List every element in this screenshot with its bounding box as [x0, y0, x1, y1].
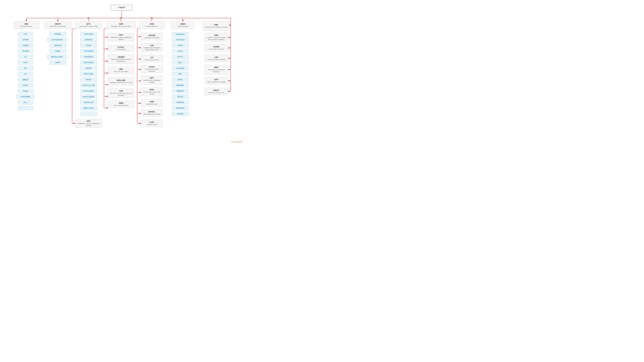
- etc-cslogin[interactable]: CSH.LOGIN: [80, 32, 97, 36]
- sbin-swapoff[interactable]: SWAPOFF: [172, 106, 189, 110]
- tmp-opt: /OPT Add-on application software: [204, 77, 228, 84]
- svg-marker-26: [107, 48, 108, 50]
- svg-marker-46: [140, 69, 141, 70]
- sbin-swapon[interactable]: SWAPON: [172, 100, 189, 105]
- svg-marker-48: [140, 80, 141, 82]
- sbin-route[interactable]: ROUTE: [172, 94, 189, 99]
- svg-marker-52: [140, 103, 141, 104]
- etc-hostconf[interactable]: HOST.CONF: [80, 72, 97, 76]
- header-var: /VAR Variable data files: [139, 21, 164, 29]
- svg-marker-3: [26, 20, 27, 21]
- svg-point-10: [151, 17, 152, 19]
- usr-include: /INCLUDE Standard include files for 'C' …: [108, 77, 134, 86]
- usr-lib: /LIB OBJ, BIN, LIB, files for prog. and …: [108, 88, 134, 98]
- bin-dd[interactable]: DD: [18, 66, 33, 70]
- boot-moduleinfo[interactable]: MODULE INFO: [47, 55, 67, 59]
- etc-hostslpd[interactable]: HOSTS.LPD: [80, 100, 97, 105]
- usr-opt: /OPT Config file for add on application …: [108, 33, 134, 41]
- sbin-ifconfig[interactable]: IFCONGIF: [172, 66, 189, 70]
- boot-kernel[interactable]: KERNEL: [50, 32, 66, 36]
- etc-more[interactable]: ...: [80, 112, 97, 116]
- svg-point-8: [120, 17, 122, 19]
- var-yp: /YP Data for NIS services: [141, 55, 163, 62]
- svg-marker-69: [228, 91, 230, 92]
- header-bin: /BIN Essential Binaries: [14, 21, 39, 29]
- bin-chmod[interactable]: CHMOD: [18, 43, 33, 48]
- etc-gateways[interactable]: GATEWAYS: [80, 55, 97, 59]
- header-sbin: /SBIN System binaries: [171, 21, 194, 29]
- bin-cp[interactable]: CP: [18, 55, 33, 59]
- svg-marker-32: [107, 84, 108, 85]
- boot-sysmap[interactable]: SYSTEM.MAP: [47, 37, 67, 42]
- bin-more[interactable]: ...: [18, 106, 33, 110]
- bin-df[interactable]: DF: [18, 72, 33, 76]
- usr-sbin: /SBIN Non essential binaries: [108, 100, 134, 108]
- sbin-init[interactable]: INIT: [172, 72, 189, 76]
- sbin-reboot[interactable]: REBOOT: [172, 89, 189, 93]
- var-run: /RUN Info of system since it was booted: [141, 87, 163, 96]
- tmp-mnt: /MNT Mount files for temporary filesyste…: [204, 65, 228, 74]
- svg-marker-13: [182, 20, 184, 21]
- var-log: /LOG Log files and dir: [141, 120, 163, 127]
- etc-hostsdeny[interactable]: HOSTS.DENY: [80, 89, 97, 93]
- svg-marker-30: [107, 72, 108, 74]
- filesystem-diagram: / "ROOT" /BIN Essential Binaries CAT CHG…: [0, 0, 244, 144]
- bin-hostname[interactable]: HOSTNAME: [16, 94, 35, 99]
- svg-marker-28: [107, 60, 108, 62]
- svg-marker-16: [229, 24, 230, 26]
- var-cache: /CACHE Application cache data: [141, 33, 163, 40]
- bin-chown[interactable]: CHOWN: [18, 49, 33, 53]
- bin-kill[interactable]: KILL: [18, 100, 33, 105]
- etc-hosts[interactable]: HOSTS: [80, 77, 97, 82]
- bin-data[interactable]: DATA: [18, 60, 33, 65]
- etc-hostsallow[interactable]: HOSTS.ALLOW: [80, 83, 97, 87]
- sbin-mkswap[interactable]: MKSWAP: [172, 83, 189, 87]
- tmp-dev: /DEV Location of special or device files…: [204, 33, 228, 42]
- etc-hostsequiv[interactable]: HOSTS.EQUIV: [80, 94, 97, 99]
- logo: ◯ ubuntukylin: [231, 141, 242, 143]
- svg-marker-5: [57, 20, 58, 21]
- sbin-fastboot[interactable]: FASTBOOT: [172, 32, 189, 36]
- etc-opt: /OPT Config file for add one application…: [75, 119, 102, 128]
- sbin-mkfs[interactable]: MKFS: [172, 77, 189, 82]
- var-spool: /SPOOL Data awaiting processing: [141, 109, 163, 117]
- header-boot: /BOOT Static files of bootloader: [44, 21, 71, 29]
- header-etc: /ETC Host specific system config: [75, 21, 102, 29]
- svg-marker-59: [228, 37, 230, 38]
- svg-marker-56: [140, 123, 141, 124]
- root-node: / "ROOT": [111, 5, 132, 11]
- sbin-fdisk[interactable]: FDISK: [172, 43, 189, 48]
- bin-cat[interactable]: CAT: [18, 32, 33, 36]
- svg-marker-36: [107, 107, 108, 109]
- boot-boot[interactable]: BOOT: [50, 60, 66, 65]
- boot-intrd[interactable]: INTRD: [50, 49, 66, 53]
- sbin-halt[interactable]: HALT: [172, 60, 189, 65]
- svg-marker-61: [228, 47, 230, 49]
- sbin-fasthalt[interactable]: FASTHALT: [172, 37, 189, 42]
- var-lib: /LIB Variable state information remains …: [141, 43, 163, 52]
- header-usr: /USR Shareable and read-only data: [106, 21, 136, 29]
- svg-marker-34: [107, 96, 108, 97]
- sbin-fsck[interactable]: FS CK: [172, 49, 189, 53]
- etc-gettydefs[interactable]: GETTYDEFS: [80, 60, 97, 65]
- sbin-getty[interactable]: GETTY: [172, 55, 189, 59]
- tmp-home: /HOME User HOME directories: [204, 44, 228, 52]
- bin-echo[interactable]: ECHO: [18, 83, 33, 87]
- boot-vmlinuz[interactable]: VMLINUZ: [50, 43, 66, 48]
- etc-group[interactable]: GROUP: [80, 66, 97, 70]
- header-tmp: /TMP Temporary files deleted on bootup: [203, 21, 229, 31]
- svg-marker-20: [74, 123, 75, 124]
- svg-point-6: [88, 17, 90, 19]
- etc-fstab[interactable]: FSTAB: [80, 43, 97, 48]
- bin-dmesg[interactable]: DMESG: [18, 77, 33, 82]
- bin-false[interactable]: FALSE: [18, 89, 33, 93]
- bin-chgrp[interactable]: CHGRP: [18, 37, 33, 42]
- tmp-root: /ROOT Home Dir. for Root user: [204, 88, 228, 95]
- etc-inetdconf[interactable]: INETD.CONF: [80, 106, 97, 110]
- etc-exports[interactable]: EXPORTS: [80, 37, 97, 42]
- sbin-update[interactable]: UPDATE: [172, 112, 189, 116]
- etc-ftpusers[interactable]: FTPUSERS: [80, 49, 97, 53]
- usr-bin: /BIN Most user commands: [108, 67, 134, 74]
- svg-marker-54: [140, 113, 141, 114]
- svg-marker-44: [140, 58, 141, 60]
